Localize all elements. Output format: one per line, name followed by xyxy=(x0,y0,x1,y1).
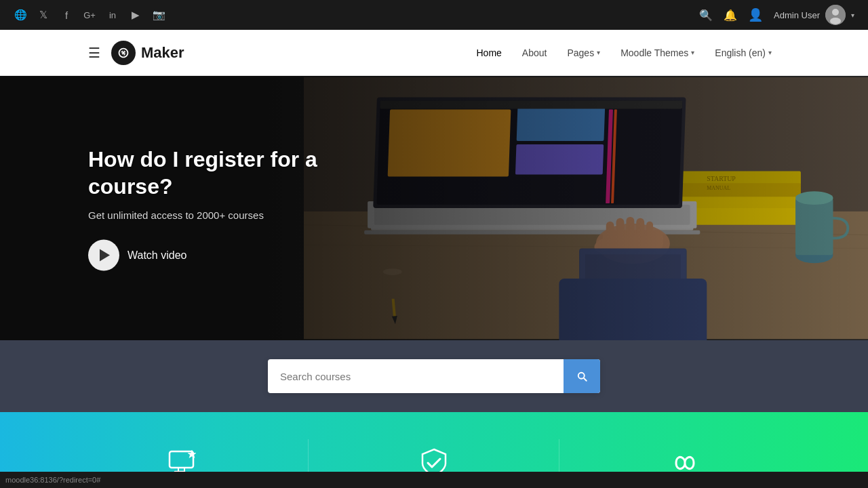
top-bar-right: 🔍 🔔 👤 Admin User ▾ xyxy=(699,5,854,25)
nav-home[interactable]: Home xyxy=(469,42,510,64)
logo-text: Maker xyxy=(141,44,184,62)
hero-title: How do I register for a course? xyxy=(88,146,393,200)
user-profile-icon[interactable]: 👤 xyxy=(748,7,763,22)
search-input[interactable] xyxy=(268,361,564,392)
logo[interactable]: Maker xyxy=(111,41,184,65)
nav-links: Home About Pages ▾ Moodle Themes ▾ Engli… xyxy=(469,42,781,64)
search-icon[interactable]: 🔍 xyxy=(699,9,713,22)
play-triangle-icon xyxy=(100,249,110,262)
play-circle-icon xyxy=(88,240,119,271)
instagram-icon[interactable]: 📷 xyxy=(152,9,165,21)
notification-icon[interactable]: 🔔 xyxy=(724,9,737,22)
search-wrapper xyxy=(268,359,600,393)
logo-icon xyxy=(111,41,136,65)
svg-point-1 xyxy=(832,9,839,16)
facebook-icon[interactable]: f xyxy=(60,9,73,21)
pages-caret-icon: ▾ xyxy=(597,49,600,56)
nav-language[interactable]: English (en) ▾ xyxy=(707,42,780,64)
avatar xyxy=(825,5,846,25)
status-url: moodle36:8136/?redirect=0# xyxy=(5,476,100,484)
nav-moodle-themes[interactable]: Moodle Themes ▾ xyxy=(612,42,703,64)
social-icons: 🌐 𝕏 f G+ in ▶ 📷 xyxy=(14,9,165,21)
hero-subtitle: Get unlimited access to 2000+ courses xyxy=(88,209,393,221)
user-name-label: Admin User xyxy=(774,10,820,20)
svg-point-3 xyxy=(122,52,125,54)
twitter-icon[interactable]: 𝕏 xyxy=(37,9,50,21)
google-plus-icon[interactable]: G+ xyxy=(83,10,96,20)
main-navigation: ☰ Maker Home About Pages ▾ Moodle Themes… xyxy=(0,30,868,76)
watch-video-label: Watch video xyxy=(127,249,186,262)
globe-icon[interactable]: 🌐 xyxy=(14,9,27,21)
user-dropdown-arrow: ▾ xyxy=(851,12,854,19)
watch-video-button[interactable]: Watch video xyxy=(88,240,186,271)
youtube-icon[interactable]: ▶ xyxy=(129,9,142,21)
top-bar: 🌐 𝕏 f G+ in ▶ 📷 🔍 🔔 👤 Admin User ▾ xyxy=(0,0,868,30)
language-caret-icon: ▾ xyxy=(768,49,772,56)
search-button[interactable] xyxy=(564,359,600,393)
status-bar: moodle36:8136/?redirect=0# xyxy=(0,472,868,488)
hamburger-menu[interactable]: ☰ xyxy=(88,45,100,61)
moodle-caret-icon: ▾ xyxy=(691,49,694,56)
nav-pages[interactable]: Pages ▾ xyxy=(559,42,608,64)
hero-content: How do I register for a course? Get unli… xyxy=(88,146,393,271)
hero-section: STARTUP MANUAL xyxy=(0,76,868,340)
nav-about[interactable]: About xyxy=(514,42,555,64)
search-button-icon xyxy=(576,370,588,382)
linkedin-icon[interactable]: in xyxy=(106,10,119,20)
user-menu[interactable]: Admin User ▾ xyxy=(774,5,854,25)
svg-point-2 xyxy=(830,18,841,24)
search-section xyxy=(0,340,868,412)
